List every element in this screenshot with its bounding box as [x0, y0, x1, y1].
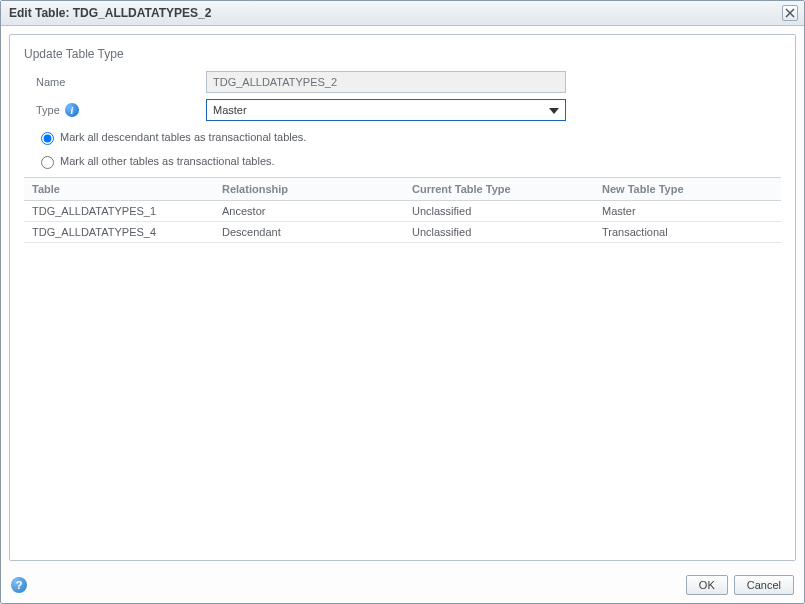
info-icon[interactable]: i [65, 103, 79, 117]
col-header-new: New Table Type [594, 178, 781, 200]
name-row: Name [36, 71, 781, 93]
edit-table-dialog: Edit Table: TDG_ALLDATATYPES_2 Update Ta… [0, 0, 805, 604]
radio-option-2-label: Mark all other tables as transactional t… [60, 155, 275, 167]
dialog-titlebar: Edit Table: TDG_ALLDATATYPES_2 [1, 1, 804, 26]
cell-relationship: Descendant [214, 222, 404, 242]
type-select-value: Master [213, 104, 247, 116]
col-header-current: Current Table Type [404, 178, 594, 200]
col-header-relationship: Relationship [214, 178, 404, 200]
cell-relationship: Ancestor [214, 201, 404, 221]
chevron-down-icon [549, 104, 559, 116]
radio-all-other-transactional[interactable]: Mark all other tables as transactional t… [36, 153, 781, 169]
col-header-table: Table [24, 178, 214, 200]
type-row: Type i Master [36, 99, 781, 121]
close-button[interactable] [782, 5, 798, 21]
cell-current: Unclassified [404, 222, 594, 242]
type-select[interactable]: Master [206, 99, 566, 121]
close-icon [785, 8, 795, 18]
grid-header-row: Table Relationship Current Table Type Ne… [24, 177, 781, 201]
cell-new: Master [594, 201, 781, 221]
cell-new: Transactional [594, 222, 781, 242]
footer-buttons: OK Cancel [686, 575, 794, 595]
cancel-button[interactable]: Cancel [734, 575, 794, 595]
ok-button[interactable]: OK [686, 575, 728, 595]
help-icon[interactable]: ? [11, 577, 27, 593]
radio-descendant-transactional[interactable]: Mark all descendant tables as transactio… [36, 129, 781, 145]
dialog-title: Edit Table: TDG_ALLDATATYPES_2 [9, 6, 211, 20]
dialog-footer: ? OK Cancel [1, 569, 804, 603]
radio-option-1-label: Mark all descendant tables as transactio… [60, 131, 306, 143]
svg-marker-2 [549, 108, 559, 114]
cell-table: TDG_ALLDATATYPES_1 [24, 201, 214, 221]
type-label: Type i [36, 103, 206, 117]
type-label-text: Type [36, 104, 60, 116]
cell-current: Unclassified [404, 201, 594, 221]
tables-grid: Table Relationship Current Table Type Ne… [24, 177, 781, 243]
radio-option-2[interactable] [41, 156, 54, 169]
dialog-content: Update Table Type Name Type i Master Mar… [9, 34, 796, 561]
cell-table: TDG_ALLDATATYPES_4 [24, 222, 214, 242]
name-field[interactable] [206, 71, 566, 93]
table-row[interactable]: TDG_ALLDATATYPES_1 Ancestor Unclassified… [24, 201, 781, 222]
name-label: Name [36, 76, 206, 88]
table-row[interactable]: TDG_ALLDATATYPES_4 Descendant Unclassifi… [24, 222, 781, 243]
section-title: Update Table Type [24, 47, 781, 61]
radio-option-1[interactable] [41, 132, 54, 145]
